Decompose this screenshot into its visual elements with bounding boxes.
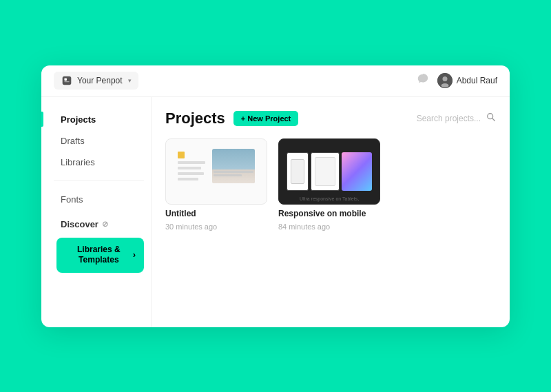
projects-grid: Untitled 30 minutes ago xyxy=(165,138,496,231)
search-icon[interactable] xyxy=(486,112,496,124)
thumb-dark-inner xyxy=(287,147,372,196)
main-body: Projects Drafts Libraries Fonts Discover… xyxy=(41,97,510,327)
content-header-left: Projects + New Project xyxy=(165,110,298,127)
discover-label: Discover ⊘ xyxy=(54,216,151,232)
sidebar-item-projects[interactable]: Projects xyxy=(54,110,151,130)
project-caption: Ultra responsive on Tablets, xyxy=(279,196,380,201)
content-header-right: Search projects... xyxy=(417,112,496,124)
sidebar-item-fonts[interactable]: Fonts xyxy=(54,189,151,209)
phone-frame-small xyxy=(287,152,309,191)
sidebar-item-label: Drafts xyxy=(61,136,85,146)
arrow-icon: › xyxy=(133,249,136,261)
project-time: 30 minutes ago xyxy=(165,223,267,231)
app-container: Your Penpot ▾ Abdul Rauf xyxy=(41,65,510,327)
project-card-untitled[interactable]: Untitled 30 minutes ago xyxy=(165,138,267,231)
svg-point-4 xyxy=(442,76,447,81)
user-info[interactable]: Abdul Rauf xyxy=(437,73,497,88)
project-time: 84 minutes ago xyxy=(278,223,380,231)
search-placeholder-text: Search projects... xyxy=(417,114,481,123)
sidebar-item-libraries[interactable]: Libraries xyxy=(54,152,151,172)
sidebar-item-label: Libraries xyxy=(61,157,95,167)
page-title: Projects xyxy=(165,110,225,127)
user-name: Abdul Rauf xyxy=(457,76,497,85)
svg-rect-2 xyxy=(64,81,69,82)
discover-section: Discover ⊘ Libraries & Templates › xyxy=(54,216,151,273)
chat-icon[interactable] xyxy=(417,73,429,88)
svg-line-7 xyxy=(492,118,495,121)
sidebar-item-label: Projects xyxy=(61,114,96,125)
avatar xyxy=(437,73,453,88)
chevron-down-icon: ▾ xyxy=(128,77,132,84)
workspace-label: Your Penpot xyxy=(77,76,123,85)
discover-info-icon: ⊘ xyxy=(102,220,108,229)
tablet-frame-medium xyxy=(311,152,340,191)
penpot-logo-icon xyxy=(61,74,73,87)
workspace-selector[interactable]: Your Penpot ▾ xyxy=(54,72,138,90)
svg-rect-0 xyxy=(63,76,72,85)
thumb-light-inner xyxy=(175,145,258,198)
svg-rect-1 xyxy=(64,78,67,81)
gradient-frame-large xyxy=(342,152,372,191)
header-left: Your Penpot ▾ xyxy=(54,72,138,90)
project-thumbnail-untitled xyxy=(165,138,267,205)
header-right: Abdul Rauf xyxy=(417,73,497,88)
content-header: Projects + New Project Search projects..… xyxy=(165,110,496,127)
project-name: Responsive on mobile xyxy=(278,209,380,218)
project-card-responsive[interactable]: Ultra responsive on Tablets, Responsive … xyxy=(278,138,380,231)
sidebar-item-label: Fonts xyxy=(61,194,83,205)
new-project-button[interactable]: + New Project xyxy=(233,111,298,126)
content-area: Projects + New Project Search projects..… xyxy=(152,97,510,327)
sidebar: Projects Drafts Libraries Fonts Discover… xyxy=(41,97,152,327)
project-name: Untitled xyxy=(165,209,267,218)
project-thumbnail-responsive: Ultra responsive on Tablets, xyxy=(278,138,380,205)
header: Your Penpot ▾ Abdul Rauf xyxy=(41,65,510,97)
libraries-templates-button[interactable]: Libraries & Templates › xyxy=(56,238,144,273)
sidebar-divider xyxy=(54,180,144,181)
sidebar-item-drafts[interactable]: Drafts xyxy=(54,131,151,151)
svg-point-5 xyxy=(441,83,448,87)
